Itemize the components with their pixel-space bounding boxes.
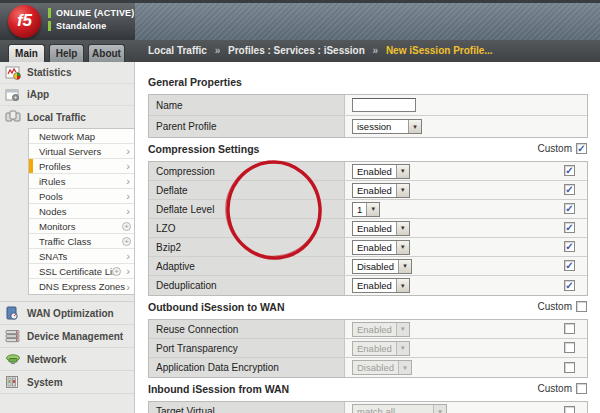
reuse-connection-select: Enabled▾ xyxy=(352,322,410,337)
tab-about[interactable]: About xyxy=(88,44,125,62)
sidebar-item-network-map[interactable]: Network Map xyxy=(29,129,134,144)
table-row: Deduplication Enabled▾ ✓ xyxy=(149,276,587,295)
row-custom-checkbox[interactable] xyxy=(564,342,575,353)
breadcrumb-current-page: New iSession Profile... xyxy=(386,45,493,56)
compression-select[interactable]: Enabled▾ xyxy=(352,164,410,179)
sidebar-item-network[interactable]: Network xyxy=(0,348,134,371)
sidebar-item-label: iApp xyxy=(27,89,49,100)
bzip2-select[interactable]: Enabled▾ xyxy=(352,240,410,255)
table-row: Name xyxy=(149,95,587,116)
adaptive-select[interactable]: Disabled▾ xyxy=(352,259,412,274)
sidebar-item-ssl-certificate-list[interactable]: SSL Certificate List + › xyxy=(29,264,134,279)
row-custom-checkbox[interactable]: ✓ xyxy=(564,260,575,271)
sidebar-item-pools[interactable]: Pools › xyxy=(29,189,134,204)
device-management-icon xyxy=(5,329,22,343)
table-row: Bzip2 Enabled▾ ✓ xyxy=(149,238,587,257)
dropdown-arrow-icon: ▾ xyxy=(398,361,411,374)
application-data-encryption-select: Disabled▾ xyxy=(352,360,412,375)
parent-profile-select[interactable]: isession ▾ xyxy=(352,119,422,134)
sidebar-item-snats[interactable]: SNATs › xyxy=(29,249,134,264)
custom-checkbox[interactable] xyxy=(576,301,587,312)
deflate-level-select[interactable]: 1▾ xyxy=(352,202,380,217)
chevron-right-icon: › xyxy=(126,176,130,186)
field-label: Name xyxy=(149,95,345,115)
submenu-label: Traffic Class xyxy=(39,236,91,247)
breadcrumb-profiles-services[interactable]: Profiles : Services : iSession xyxy=(228,45,365,56)
table-row: Adaptive Disabled▾ ✓ xyxy=(149,257,587,276)
top-header: f5 ONLINE (ACTIVE) Standalone xyxy=(0,0,600,40)
field-label: Reuse Connection xyxy=(149,320,345,338)
row-custom-checkbox[interactable] xyxy=(564,362,575,373)
custom-label: Custom xyxy=(538,143,572,154)
sidebar-item-label: WAN Optimization xyxy=(27,308,114,319)
status-online-label: ONLINE (ACTIVE) xyxy=(56,8,135,18)
sidebar-item-system[interactable]: System xyxy=(0,371,134,394)
create-plus-icon[interactable]: + xyxy=(112,267,121,276)
submenu-label: Profiles xyxy=(39,161,71,172)
table-row: Deflate Level 1▾ ✓ xyxy=(149,200,587,219)
sidebar-item-monitors[interactable]: Monitors + xyxy=(29,219,134,234)
sidebar-bottom-group: WAN Optimization Device Management Netwo… xyxy=(0,301,134,394)
field-label: Application Data Encryption xyxy=(149,358,345,377)
create-plus-icon[interactable]: + xyxy=(122,222,131,231)
name-input[interactable] xyxy=(352,98,416,112)
sidebar-item-label: Local Traffic xyxy=(27,112,86,123)
logo-area: f5 ONLINE (ACTIVE) Standalone xyxy=(0,3,135,43)
dropdown-arrow-icon: ▾ xyxy=(396,342,409,355)
sidebar-item-iapp[interactable]: iApp xyxy=(0,84,134,106)
tab-help[interactable]: Help xyxy=(49,44,84,62)
row-custom-checkbox[interactable]: ✓ xyxy=(564,184,575,195)
breadcrumb: Local Traffic » Profiles : Services : iS… xyxy=(148,40,493,62)
status-green-bar xyxy=(48,21,51,31)
table-row: Reuse Connection Enabled▾ xyxy=(149,320,587,339)
compression-settings-table: Compression Enabled▾ ✓ Deflate Enabled▾ … xyxy=(148,161,588,296)
field-label: Bzip2 xyxy=(149,238,345,256)
chevron-right-icon: › xyxy=(126,282,130,292)
submenu-label: Monitors xyxy=(39,221,75,232)
sidebar-item-wan-optimization[interactable]: WAN Optimization xyxy=(0,302,134,325)
submenu-label: Nodes xyxy=(39,206,66,217)
inbound-isession-table: Target Virtual match all▾ xyxy=(148,401,588,413)
row-custom-checkbox[interactable] xyxy=(564,323,575,334)
sidebar-item-irules[interactable]: iRules › xyxy=(29,174,134,189)
sidebar-item-profiles[interactable]: Profiles › xyxy=(29,159,134,174)
section-outbound-isession: Outbound iSession to WAN Custom xyxy=(148,301,588,314)
row-custom-checkbox[interactable]: ✓ xyxy=(564,280,575,291)
field-label: Target Virtual xyxy=(149,402,345,413)
sidebar-item-nodes[interactable]: Nodes › xyxy=(29,204,134,219)
sidebar-item-device-management[interactable]: Device Management xyxy=(0,325,134,348)
row-custom-checkbox[interactable] xyxy=(564,406,575,413)
sidebar-item-traffic-class[interactable]: Traffic Class + xyxy=(29,234,134,249)
section-title: Inbound iSession from WAN xyxy=(148,383,289,395)
sidebar-item-virtual-servers[interactable]: Virtual Servers › xyxy=(29,144,134,159)
field-label: Adaptive xyxy=(149,257,345,275)
dropdown-arrow-icon: ▾ xyxy=(398,260,411,273)
submenu-label: iRules xyxy=(39,176,65,187)
dropdown-arrow-icon: ▾ xyxy=(433,405,446,413)
row-custom-checkbox[interactable]: ✓ xyxy=(564,165,575,176)
field-label: Deduplication xyxy=(149,276,345,295)
tab-main[interactable]: Main xyxy=(8,44,45,62)
sidebar-item-dns-express-zones[interactable]: DNS Express Zones › xyxy=(29,279,134,294)
row-custom-checkbox[interactable]: ✓ xyxy=(564,203,575,214)
row-custom-checkbox[interactable]: ✓ xyxy=(564,241,575,252)
sidebar-item-statistics[interactable]: Statistics xyxy=(0,62,134,84)
outbound-isession-table: Reuse Connection Enabled▾ Port Transpare… xyxy=(148,319,588,378)
custom-checkbox[interactable] xyxy=(576,383,587,394)
row-custom-checkbox[interactable]: ✓ xyxy=(564,222,575,233)
table-row: Parent Profile isession ▾ xyxy=(149,116,587,137)
custom-checkbox[interactable]: ✓ xyxy=(576,143,587,154)
device-status: ONLINE (ACTIVE) Standalone xyxy=(48,8,135,34)
deflate-select[interactable]: Enabled▾ xyxy=(352,183,410,198)
dropdown-arrow-icon: ▾ xyxy=(396,323,409,336)
create-plus-icon[interactable]: + xyxy=(122,237,131,246)
lzo-select[interactable]: Enabled▾ xyxy=(352,221,410,236)
status-standalone-label: Standalone xyxy=(56,21,107,31)
chevron-right-icon: › xyxy=(126,266,130,276)
section-inbound-isession: Inbound iSession from WAN Custom xyxy=(148,383,588,396)
sidebar-item-local-traffic[interactable]: Local Traffic xyxy=(0,106,134,128)
field-label: Parent Profile xyxy=(149,116,345,137)
deduplication-select[interactable]: Enabled▾ xyxy=(352,278,410,293)
breadcrumb-local-traffic[interactable]: Local Traffic xyxy=(148,45,207,56)
table-row: Target Virtual match all▾ xyxy=(149,402,587,413)
